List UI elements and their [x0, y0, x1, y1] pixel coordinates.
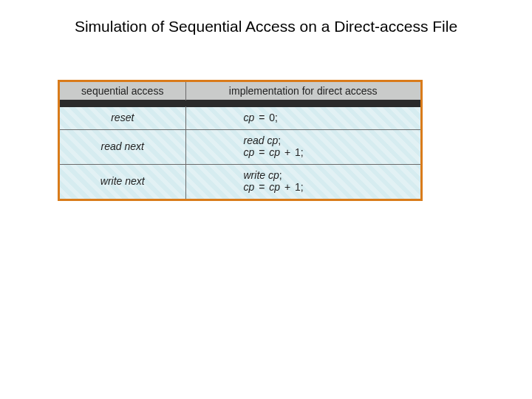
table-header-row: sequential access implementation for dir…	[60, 82, 420, 100]
code-line: cp = 0;	[244, 112, 415, 123]
code-line: read cp;	[244, 134, 415, 146]
header-sequential-access: sequential access	[60, 82, 185, 100]
cell-impl: write cp; cp = cp + 1;	[185, 165, 420, 200]
code-line: cp = cp + 1;	[244, 181, 415, 193]
code-line: write cp;	[244, 169, 415, 181]
page-title: Simulation of Sequential Access on a Dir…	[0, 18, 532, 35]
header-implementation: implementation for direct access	[185, 82, 420, 100]
cell-impl: read cp; cp = cp + 1;	[185, 130, 420, 165]
simulation-table: sequential access implementation for dir…	[58, 80, 423, 201]
cell-seq-op: reset	[60, 107, 185, 130]
code-line: cp = cp + 1;	[244, 146, 415, 158]
cell-seq-op: read next	[60, 130, 185, 165]
table-row: read next read cp; cp = cp + 1;	[60, 130, 420, 165]
cell-impl: cp = 0;	[185, 107, 420, 130]
header-double-rule	[60, 100, 420, 107]
cell-seq-op: write next	[60, 165, 185, 200]
table-row: write next write cp; cp = cp + 1;	[60, 165, 420, 200]
table: sequential access implementation for dir…	[60, 82, 420, 199]
table-row: reset cp = 0;	[60, 107, 420, 130]
